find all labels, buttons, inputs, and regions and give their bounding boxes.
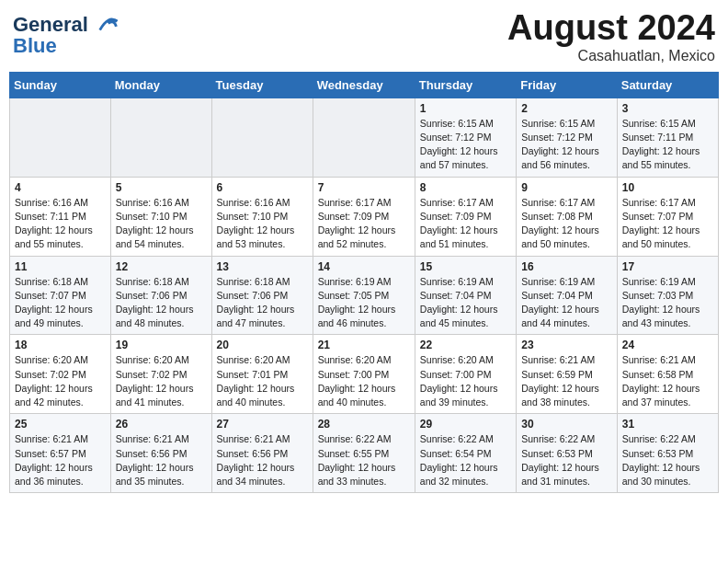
day-info: Sunrise: 6:17 AM Sunset: 7:08 PM Dayligh… [521, 196, 612, 252]
calendar-cell [211, 98, 313, 177]
col-header-monday: Monday [110, 72, 211, 98]
day-number: 16 [521, 260, 612, 273]
calendar-cell: 22Sunrise: 6:20 AM Sunset: 7:00 PM Dayli… [415, 335, 516, 414]
calendar-cell: 28Sunrise: 6:22 AM Sunset: 6:55 PM Dayli… [313, 414, 415, 493]
day-number: 10 [622, 181, 713, 194]
calendar-week-row: 11Sunrise: 6:18 AM Sunset: 7:07 PM Dayli… [10, 256, 719, 335]
calendar-cell: 9Sunrise: 6:17 AM Sunset: 7:08 PM Daylig… [517, 177, 618, 256]
day-info: Sunrise: 6:21 AM Sunset: 6:59 PM Dayligh… [521, 353, 612, 409]
day-number: 17 [622, 260, 713, 273]
day-info: Sunrise: 6:19 AM Sunset: 7:04 PM Dayligh… [521, 275, 612, 331]
calendar-cell [313, 98, 415, 177]
calendar-cell: 2Sunrise: 6:15 AM Sunset: 7:12 PM Daylig… [517, 98, 618, 177]
day-number: 18 [15, 339, 106, 351]
day-number: 20 [217, 339, 308, 351]
calendar-cell [10, 98, 111, 177]
day-number: 31 [622, 418, 713, 431]
calendar-cell: 16Sunrise: 6:19 AM Sunset: 7:04 PM Dayli… [517, 256, 618, 335]
col-header-wednesday: Wednesday [313, 72, 415, 98]
logo: General Blue [13, 13, 121, 57]
calendar-cell: 20Sunrise: 6:20 AM Sunset: 7:01 PM Dayli… [211, 335, 313, 414]
day-info: Sunrise: 6:21 AM Sunset: 6:58 PM Dayligh… [622, 353, 713, 409]
location-subtitle: Casahuatlan, Mexico [507, 48, 715, 64]
day-info: Sunrise: 6:18 AM Sunset: 7:06 PM Dayligh… [217, 275, 308, 331]
day-number: 24 [622, 339, 713, 351]
day-number: 3 [622, 102, 713, 115]
month-year-title: August 2024 [507, 9, 715, 48]
calendar-cell: 21Sunrise: 6:20 AM Sunset: 7:00 PM Dayli… [313, 335, 415, 414]
day-number: 30 [521, 418, 612, 431]
day-info: Sunrise: 6:17 AM Sunset: 7:07 PM Dayligh… [622, 196, 713, 252]
col-header-saturday: Saturday [617, 72, 718, 98]
calendar-cell: 24Sunrise: 6:21 AM Sunset: 6:58 PM Dayli… [617, 335, 718, 414]
calendar-table: SundayMondayTuesdayWednesdayThursdayFrid… [9, 72, 719, 493]
title-block: August 2024 Casahuatlan, Mexico [507, 9, 715, 64]
day-number: 23 [521, 339, 612, 351]
calendar-cell: 7Sunrise: 6:17 AM Sunset: 7:09 PM Daylig… [313, 177, 415, 256]
day-number: 2 [521, 102, 612, 115]
calendar-cell: 5Sunrise: 6:16 AM Sunset: 7:10 PM Daylig… [110, 177, 211, 256]
day-info: Sunrise: 6:17 AM Sunset: 7:09 PM Dayligh… [420, 196, 511, 252]
day-info: Sunrise: 6:22 AM Sunset: 6:53 PM Dayligh… [521, 432, 612, 488]
calendar-cell: 23Sunrise: 6:21 AM Sunset: 6:59 PM Dayli… [517, 335, 618, 414]
calendar-cell [110, 98, 211, 177]
day-info: Sunrise: 6:21 AM Sunset: 6:56 PM Dayligh… [217, 432, 308, 488]
calendar-week-row: 25Sunrise: 6:21 AM Sunset: 6:57 PM Dayli… [10, 414, 719, 493]
day-info: Sunrise: 6:20 AM Sunset: 7:02 PM Dayligh… [15, 353, 106, 409]
day-number: 14 [318, 260, 410, 273]
day-info: Sunrise: 6:19 AM Sunset: 7:04 PM Dayligh… [420, 275, 511, 331]
day-info: Sunrise: 6:15 AM Sunset: 7:11 PM Dayligh… [622, 117, 713, 173]
calendar-cell: 14Sunrise: 6:19 AM Sunset: 7:05 PM Dayli… [313, 256, 415, 335]
day-info: Sunrise: 6:22 AM Sunset: 6:55 PM Dayligh… [318, 432, 410, 488]
calendar-cell: 15Sunrise: 6:19 AM Sunset: 7:04 PM Dayli… [415, 256, 516, 335]
day-info: Sunrise: 6:19 AM Sunset: 7:03 PM Dayligh… [622, 275, 713, 331]
logo-icon [96, 13, 121, 39]
day-number: 5 [116, 181, 207, 194]
day-number: 8 [420, 181, 511, 194]
day-number: 15 [420, 260, 511, 273]
calendar-cell: 6Sunrise: 6:16 AM Sunset: 7:10 PM Daylig… [211, 177, 313, 256]
day-info: Sunrise: 6:20 AM Sunset: 7:00 PM Dayligh… [318, 353, 410, 409]
day-number: 22 [420, 339, 511, 351]
day-info: Sunrise: 6:21 AM Sunset: 6:57 PM Dayligh… [15, 432, 106, 488]
day-number: 26 [116, 418, 207, 431]
col-header-tuesday: Tuesday [211, 72, 313, 98]
calendar-cell: 19Sunrise: 6:20 AM Sunset: 7:02 PM Dayli… [110, 335, 211, 414]
calendar-cell: 1Sunrise: 6:15 AM Sunset: 7:12 PM Daylig… [415, 98, 516, 177]
day-number: 25 [15, 418, 106, 431]
calendar-cell: 26Sunrise: 6:21 AM Sunset: 6:56 PM Dayli… [110, 414, 211, 493]
day-info: Sunrise: 6:20 AM Sunset: 7:02 PM Dayligh… [116, 353, 207, 409]
day-number: 27 [217, 418, 308, 431]
calendar-cell: 12Sunrise: 6:18 AM Sunset: 7:06 PM Dayli… [110, 256, 211, 335]
day-number: 12 [116, 260, 207, 273]
col-header-thursday: Thursday [415, 72, 516, 98]
day-number: 21 [318, 339, 410, 351]
calendar-cell: 30Sunrise: 6:22 AM Sunset: 6:53 PM Dayli… [517, 414, 618, 493]
calendar-cell: 13Sunrise: 6:18 AM Sunset: 7:06 PM Dayli… [211, 256, 313, 335]
calendar-week-row: 1Sunrise: 6:15 AM Sunset: 7:12 PM Daylig… [10, 98, 719, 177]
calendar-week-row: 18Sunrise: 6:20 AM Sunset: 7:02 PM Dayli… [10, 335, 719, 414]
day-info: Sunrise: 6:21 AM Sunset: 6:56 PM Dayligh… [116, 432, 207, 488]
calendar-cell: 17Sunrise: 6:19 AM Sunset: 7:03 PM Dayli… [617, 256, 718, 335]
day-info: Sunrise: 6:18 AM Sunset: 7:06 PM Dayligh… [116, 275, 207, 331]
calendar-cell: 18Sunrise: 6:20 AM Sunset: 7:02 PM Dayli… [10, 335, 111, 414]
calendar-cell: 25Sunrise: 6:21 AM Sunset: 6:57 PM Dayli… [10, 414, 111, 493]
calendar-cell: 27Sunrise: 6:21 AM Sunset: 6:56 PM Dayli… [211, 414, 313, 493]
day-number: 6 [217, 181, 308, 194]
col-header-friday: Friday [517, 72, 618, 98]
calendar-cell: 3Sunrise: 6:15 AM Sunset: 7:11 PM Daylig… [617, 98, 718, 177]
day-number: 13 [217, 260, 308, 273]
day-info: Sunrise: 6:18 AM Sunset: 7:07 PM Dayligh… [15, 275, 106, 331]
day-info: Sunrise: 6:20 AM Sunset: 7:01 PM Dayligh… [217, 353, 308, 409]
day-info: Sunrise: 6:15 AM Sunset: 7:12 PM Dayligh… [420, 117, 511, 173]
day-info: Sunrise: 6:16 AM Sunset: 7:10 PM Dayligh… [116, 196, 207, 252]
day-number: 7 [318, 181, 410, 194]
day-number: 29 [420, 418, 511, 431]
calendar-cell: 11Sunrise: 6:18 AM Sunset: 7:07 PM Dayli… [10, 256, 111, 335]
day-info: Sunrise: 6:19 AM Sunset: 7:05 PM Dayligh… [318, 275, 410, 331]
page-header: General Blue August 2024 Casahuatlan, Me… [9, 9, 719, 64]
day-info: Sunrise: 6:17 AM Sunset: 7:09 PM Dayligh… [318, 196, 410, 252]
calendar-cell: 31Sunrise: 6:22 AM Sunset: 6:53 PM Dayli… [617, 414, 718, 493]
day-info: Sunrise: 6:16 AM Sunset: 7:10 PM Dayligh… [217, 196, 308, 252]
day-number: 28 [318, 418, 410, 431]
